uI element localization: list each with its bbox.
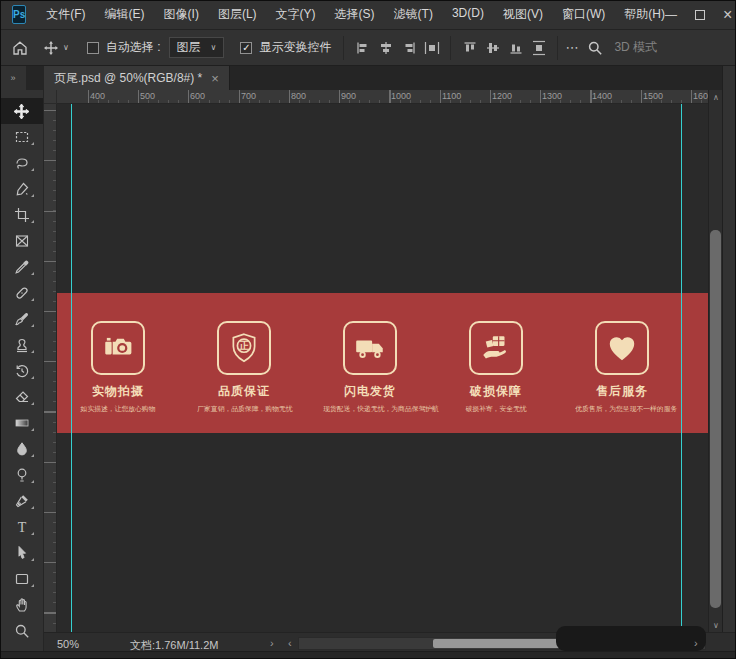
lasso-tool-icon[interactable]: [0, 150, 43, 176]
distribute-vertical-icon[interactable]: [527, 37, 550, 59]
spot-healing-brush-tool-icon[interactable]: [0, 280, 43, 306]
eyedropper-tool-icon[interactable]: [0, 254, 43, 280]
vertical-ruler[interactable]: [44, 104, 57, 632]
document-canvas[interactable]: 实物拍摄 如实描述，让您放心购物 正 品质保证 厂家直销，品质保障，购物无忧: [57, 104, 708, 632]
photoshop-window: Ps 文件(F) 编辑(E) 图像(I) 图层(L) 文字(Y) 选择(S) 滤…: [0, 0, 736, 659]
crop-tool-icon[interactable]: [0, 202, 43, 228]
auto-select-checkbox[interactable]: [87, 42, 99, 54]
show-transform-option: ✓ 显示变换控件: [240, 39, 331, 56]
chevron-down-icon: ∨: [63, 43, 69, 52]
scroll-down-icon[interactable]: ∨: [709, 619, 723, 631]
menu-item-edit[interactable]: 编辑(E): [105, 6, 145, 23]
auto-select-target-dropdown[interactable]: 图层 ∨: [169, 37, 225, 58]
menu-item-3d[interactable]: 3D(D): [452, 6, 484, 23]
right-panel-dock: [722, 66, 736, 659]
3d-mode-label: 3D 模式: [614, 39, 657, 56]
align-horizontal-centers-icon[interactable]: [374, 37, 397, 59]
move-tool-icon[interactable]: [0, 98, 43, 124]
more-options-icon[interactable]: ⋯: [565, 40, 579, 55]
frame-tool-icon[interactable]: [0, 228, 43, 254]
dark-overlay: [556, 626, 706, 651]
vertical-scrollbar[interactable]: ∧ ∨: [708, 90, 722, 632]
home-icon[interactable]: [12, 40, 28, 56]
ruler-label: 1400: [592, 91, 612, 101]
toolbar-expand-icon[interactable]: »: [0, 66, 26, 90]
zoom-level-field[interactable]: 50%: [57, 638, 79, 650]
divider: [557, 36, 558, 60]
search-icon[interactable]: [583, 37, 606, 59]
align-top-edges-icon[interactable]: [458, 37, 481, 59]
zoom-tool-icon[interactable]: [0, 618, 43, 644]
tab-close-icon[interactable]: ×: [211, 71, 219, 86]
show-transform-label: 显示变换控件: [259, 39, 331, 56]
service-subtitle: 如实描述，让您放心购物: [71, 404, 165, 413]
menu-item-window[interactable]: 窗口(W): [562, 6, 605, 23]
path-selection-tool-icon[interactable]: [0, 540, 43, 566]
dodge-tool-icon[interactable]: [0, 462, 43, 488]
menu-item-help[interactable]: 帮助(H): [624, 6, 665, 23]
scroll-right-icon[interactable]: ›: [694, 637, 698, 649]
distribute-horizontal-icon[interactable]: [420, 37, 443, 59]
status-popup-icon[interactable]: ›: [270, 637, 274, 649]
service-subtitle: 优质售后，为您呈现不一样的服务: [575, 404, 669, 413]
align-left-edges-icon[interactable]: [351, 37, 374, 59]
menu-bar: Ps 文件(F) 编辑(E) 图像(I) 图层(L) 文字(Y) 选择(S) 滤…: [0, 0, 736, 30]
service-item: 实物拍摄 如实描述，让您放心购物: [63, 321, 173, 433]
menu-item-filter[interactable]: 滤镜(T): [394, 6, 433, 23]
guide-line-left[interactable]: [71, 104, 72, 632]
menu-item-layer[interactable]: 图层(L): [218, 6, 257, 23]
service-item: 售后服务 优质售后，为您呈现不一样的服务: [567, 321, 677, 433]
divider: [450, 36, 451, 60]
history-brush-tool-icon[interactable]: [0, 358, 43, 384]
show-transform-checkbox[interactable]: ✓: [240, 42, 252, 54]
service-title: 售后服务: [567, 383, 677, 400]
ruler-label: 400: [90, 91, 105, 101]
options-bar: ∨ 自动选择 : 图层 ∨ ✓ 显示变换控件: [0, 30, 736, 66]
align-right-edges-icon[interactable]: [397, 37, 420, 59]
scroll-up-icon[interactable]: ∧: [709, 91, 723, 103]
clone-stamp-tool-icon[interactable]: [0, 332, 43, 358]
active-tool-preset[interactable]: ∨: [44, 41, 69, 55]
gradient-tool-icon[interactable]: [0, 410, 43, 436]
horizontal-ruler[interactable]: 400 500 600 700 800 900 1000 1100 1200 1…: [57, 90, 708, 104]
close-icon[interactable]: ×: [723, 8, 732, 22]
minimize-icon[interactable]: —: [665, 10, 677, 20]
service-subtitle: 现货配送，快递无忧，为商品保驾护航: [323, 404, 417, 413]
hand-tool-icon[interactable]: [0, 592, 43, 618]
quick-selection-tool-icon[interactable]: [0, 176, 43, 202]
blur-tool-icon[interactable]: [0, 436, 43, 462]
document-tab[interactable]: 页尾.psd @ 50%(RGB/8#) * ×: [44, 66, 230, 90]
type-tool-icon[interactable]: T: [0, 514, 43, 540]
main-menu: 文件(F) 编辑(E) 图像(I) 图层(L) 文字(Y) 选择(S) 滤镜(T…: [46, 6, 665, 23]
document-tab-bar: 页尾.psd @ 50%(RGB/8#) * ×: [26, 66, 722, 90]
auto-select-option: 自动选择 :: [87, 39, 161, 56]
ruler-label: 700: [241, 91, 256, 101]
horizontal-scrollbar-thumb[interactable]: [433, 639, 568, 648]
align-vertical-centers-icon[interactable]: [481, 37, 504, 59]
divider: [343, 36, 344, 60]
ruler-corner: [44, 90, 57, 104]
guide-line-right[interactable]: [681, 104, 682, 632]
align-bottom-edges-icon[interactable]: [504, 37, 527, 59]
menu-item-select[interactable]: 选择(S): [335, 6, 375, 23]
ruler-label: 1200: [492, 91, 512, 101]
rectangle-tool-icon[interactable]: [0, 566, 43, 592]
menu-item-view[interactable]: 视图(V): [503, 6, 543, 23]
menu-item-type[interactable]: 文字(Y): [276, 6, 316, 23]
menu-item-image[interactable]: 图像(I): [164, 6, 199, 23]
pen-tool-icon[interactable]: [0, 488, 43, 514]
ruler-label: 800: [291, 91, 306, 101]
package-hand-icon: [469, 321, 523, 375]
maximize-icon[interactable]: [695, 10, 705, 20]
quality-shield-icon: 正: [217, 321, 271, 375]
vertical-scrollbar-thumb[interactable]: [710, 230, 721, 608]
scroll-left-icon[interactable]: ‹: [288, 637, 292, 649]
footer-banner-artwork: 实物拍摄 如实描述，让您放心购物 正 品质保证 厂家直销，品质保障，购物无忧: [57, 293, 708, 433]
rectangular-marquee-tool-icon[interactable]: [0, 124, 43, 150]
eraser-tool-icon[interactable]: [0, 384, 43, 410]
ruler-label: 600: [190, 91, 205, 101]
brush-tool-icon[interactable]: [0, 306, 43, 332]
service-title: 破损保障: [441, 383, 551, 400]
service-item: 破损保障 破损补寄，安全无忧: [441, 321, 551, 433]
menu-item-file[interactable]: 文件(F): [46, 6, 85, 23]
